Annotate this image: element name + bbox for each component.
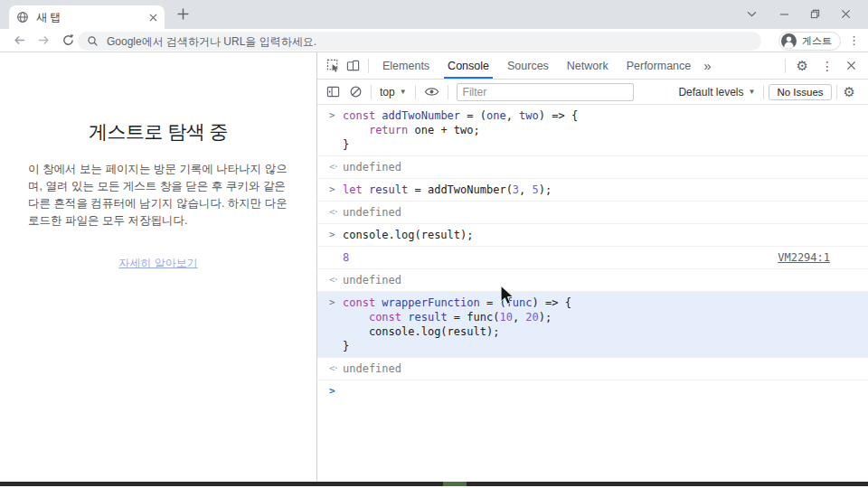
divider: [448, 85, 448, 99]
console-entry-code: 8: [343, 250, 778, 265]
bottom-edge-bar: [0, 482, 868, 486]
console-entry-returned: <·undefined: [317, 269, 868, 292]
tab-strip: 새 탭: [0, 0, 868, 29]
console-entry-returned: <·undefined: [317, 202, 868, 224]
guest-page: 게스트로 탐색 중 이 창에서 보는 페이지는 방문 기록에 나타나지 않으며,…: [0, 52, 316, 483]
input-chevron-icon: >: [329, 108, 343, 123]
console-entry-code: console.log(result);: [343, 228, 868, 242]
address-bar[interactable]: [78, 32, 761, 51]
filter-input[interactable]: [457, 83, 634, 101]
devtools-kebab-icon[interactable]: ⋮: [815, 60, 840, 72]
tab-console[interactable]: Console: [439, 52, 498, 79]
return-value-icon: <·: [329, 273, 343, 287]
clear-console-icon[interactable]: [349, 85, 363, 99]
input-chevron-icon: >: [329, 228, 343, 242]
close-button[interactable]: [830, 0, 861, 27]
profile-chip[interactable]: 게스트: [778, 32, 841, 51]
levels-dropdown[interactable]: Default levels ▼: [675, 86, 759, 99]
search-icon: [87, 35, 99, 47]
new-tab-button[interactable]: [177, 8, 189, 20]
divider: [785, 59, 786, 73]
console-log[interactable]: >const addTwoNumber = (one, two) => { re…: [317, 105, 868, 483]
devtools-tab-bar: Elements Console Sources Network Perform…: [317, 52, 868, 80]
tab-search-icon[interactable]: [736, 0, 767, 27]
console-sidebar-icon[interactable]: [326, 85, 340, 99]
browser-window: 새 탭: [0, 0, 868, 488]
browser-menu-kebab-icon[interactable]: ⋮: [848, 34, 860, 46]
input-chevron-icon: >: [329, 296, 343, 310]
console-entry-code: const wrapperFunction = (func) => { cons…: [343, 296, 868, 353]
console-entry-returned: <·undefined: [317, 156, 868, 179]
address-input[interactable]: [105, 34, 752, 49]
console-entry-input: >const addTwoNumber = (one, two) => { re…: [317, 105, 868, 156]
taskbar-hint: [443, 482, 467, 486]
divider: [371, 85, 372, 99]
divider: [368, 59, 369, 73]
console-settings-gear-icon[interactable]: ⚙: [842, 85, 861, 99]
devtools-settings-gear-icon[interactable]: ⚙: [790, 59, 815, 72]
minimize-button[interactable]: [769, 0, 799, 27]
globe-icon: [16, 11, 29, 23]
forward-icon[interactable]: [37, 33, 51, 47]
reload-icon[interactable]: [61, 33, 75, 47]
avatar: [781, 33, 797, 49]
chevron-down-icon: ▼: [400, 88, 407, 96]
input-chevron-icon: >: [329, 183, 343, 197]
console-entry-input: >console.log(result);: [317, 224, 868, 247]
learn-more-link[interactable]: 자세히 알아보기: [0, 256, 316, 271]
live-expression-eye-icon[interactable]: [424, 86, 439, 98]
levels-dropdown-value: Default levels: [678, 86, 743, 99]
console-entry-code: undefined: [343, 205, 868, 220]
tab-elements[interactable]: Elements: [373, 52, 439, 79]
chevron-down-icon: ▼: [748, 88, 755, 96]
console-entry-returned: <·undefined: [317, 358, 868, 380]
console-entry-code: undefined: [343, 273, 868, 287]
divider: [836, 85, 837, 99]
divider: [415, 85, 416, 99]
tab-performance[interactable]: Performance: [618, 52, 701, 79]
console-entry-input: >let result = addTwoNumber(3, 5);: [317, 179, 868, 202]
restore-button[interactable]: [799, 0, 830, 27]
context-selector-value: top: [380, 86, 395, 99]
profile-label: 게스트: [802, 34, 832, 48]
console-entry-code: undefined: [343, 361, 868, 376]
nav-bar: 게스트 ⋮: [0, 29, 868, 52]
return-value-icon: <·: [329, 361, 343, 376]
source-link[interactable]: VM2294:1: [778, 250, 868, 265]
console-entry-code: const addTwoNumber = (one, two) => { ret…: [343, 108, 868, 152]
console-entry-input: >const wrapperFunction = (func) => { con…: [317, 292, 868, 358]
return-value-icon: <·: [329, 160, 343, 174]
console-entry-code: undefined: [343, 160, 868, 174]
console-prompt-icon: >: [329, 384, 343, 399]
no-issues-button[interactable]: No Issues: [769, 84, 831, 100]
tab-close-icon[interactable]: [149, 14, 157, 22]
return-value-icon: <·: [329, 205, 343, 220]
device-toolbar-icon[interactable]: [346, 59, 360, 72]
tab-sources[interactable]: Sources: [498, 52, 558, 79]
console-toolbar: top ▼ Default levels ▼ No Issues ⚙: [317, 80, 868, 105]
mouse-cursor-icon: [500, 286, 515, 305]
divider: [763, 85, 764, 99]
devtools-close-icon[interactable]: [840, 61, 863, 70]
tab-title: 새 탭: [36, 10, 149, 25]
back-icon[interactable]: [13, 33, 26, 47]
console-entry-prompt[interactable]: >: [317, 380, 868, 402]
more-tabs-icon[interactable]: »: [700, 59, 714, 72]
tab-network[interactable]: Network: [558, 52, 618, 79]
browser-tab[interactable]: 새 탭: [9, 5, 165, 29]
context-selector[interactable]: top ▼: [376, 86, 410, 99]
inspect-element-icon[interactable]: [326, 59, 340, 72]
console-entry-result: 8VM2294:1: [317, 247, 868, 269]
page-title: 게스트로 탐색 중: [0, 119, 316, 145]
console-entry-code: let result = addTwoNumber(3, 5);: [343, 183, 868, 197]
page-body: 이 창에서 보는 페이지는 방문 기록에 나타나지 않으며, 열려 있는 모든 …: [28, 161, 288, 230]
